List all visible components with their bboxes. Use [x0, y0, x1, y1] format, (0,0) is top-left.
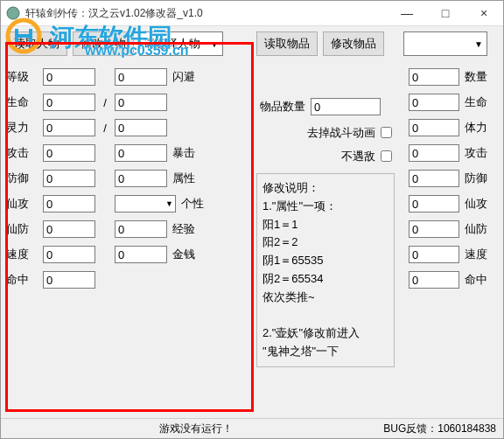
close-button[interactable]: ×: [465, 1, 503, 25]
stat-input-1[interactable]: [43, 144, 95, 162]
remove-battle-anim-label: 去掉战斗动画: [307, 125, 375, 141]
middle-panel: 读取物品 修改物品 物品数量 去掉战斗动画 不遇敌 修改说明： 1."属性"一项…: [256, 31, 395, 367]
item-stat-row: 生命: [403, 94, 496, 111]
modify-character-button[interactable]: 修改人物: [73, 31, 134, 56]
stat-label-left: 攻击: [6, 145, 38, 161]
stat-label-left: 等级: [6, 69, 38, 85]
stat-input-1[interactable]: [43, 220, 95, 238]
note-line: 阴1＝65535: [262, 252, 388, 270]
window-controls: — □ ×: [388, 1, 503, 25]
stat-input-2[interactable]: [115, 119, 167, 136]
svg-point-0: [7, 7, 19, 19]
item-qty-label: 物品数量: [256, 99, 305, 115]
stat-input-2[interactable]: [115, 94, 167, 111]
body: 读取人物 修改人物 请选择人物 ▼ 等级闪避生命/灵力/攻击暴击防御属性仙攻▼个…: [1, 26, 503, 373]
item-stat-row: 攻击: [403, 144, 496, 162]
dropdown-arrow-icon: ▼: [474, 39, 483, 49]
stat-label-right: 经验: [172, 221, 204, 237]
stat-input-2[interactable]: [115, 144, 167, 162]
maximize-button[interactable]: □: [426, 1, 465, 25]
stat-input-1[interactable]: [43, 195, 95, 213]
status-bug: BUG反馈：1060184838: [383, 422, 496, 436]
stat-input-1[interactable]: [43, 119, 95, 136]
stat-label-right: 金钱: [172, 247, 204, 262]
slash: /: [101, 122, 109, 135]
item-select[interactable]: ▼: [403, 31, 487, 56]
stat-input-1[interactable]: [43, 170, 95, 187]
item-stat-row: 速度: [403, 246, 496, 263]
stat-row: 命中: [6, 271, 248, 289]
stat-input-1[interactable]: [43, 246, 95, 263]
note-line: 依次类推~: [262, 289, 388, 307]
item-stat-input[interactable]: [409, 144, 459, 162]
item-stat-label: 数量: [465, 69, 496, 85]
stat-row: 灵力/: [6, 119, 248, 136]
item-stat-input[interactable]: [409, 246, 459, 263]
stat-label-left: 速度: [6, 247, 38, 262]
item-stat-row: 命中: [403, 271, 496, 289]
read-character-button[interactable]: 读取人物: [6, 31, 67, 56]
item-stat-label: 仙攻: [465, 196, 496, 212]
stat-input-1[interactable]: [43, 271, 95, 289]
no-encounter-row: 不遇敌: [256, 148, 395, 164]
slash: /: [101, 96, 109, 109]
dropdown-arrow-icon: ▼: [165, 199, 173, 208]
no-encounter-checkbox[interactable]: [381, 150, 392, 162]
stat-label-right: 个性: [181, 196, 213, 212]
stat-input-1[interactable]: [43, 94, 95, 111]
no-encounter-label: 不遇敌: [341, 149, 375, 164]
item-stat-input[interactable]: [409, 170, 459, 187]
stat-combo[interactable]: ▼: [115, 195, 176, 213]
item-stat-row: 仙防: [403, 220, 496, 238]
item-stat-row: 仙攻: [403, 195, 496, 213]
item-stat-input[interactable]: [409, 271, 459, 289]
note-line: 1."属性"一项：: [262, 198, 388, 216]
titlebar: 轩辕剑外传：汉之云v1.02修改器_v1.0 — □ ×: [1, 1, 503, 26]
stat-row: 生命/: [6, 94, 248, 111]
item-stat-label: 速度: [465, 247, 496, 262]
remove-battle-anim-checkbox[interactable]: [381, 127, 392, 138]
item-stat-label: 命中: [465, 272, 496, 288]
stat-input-2[interactable]: [115, 220, 167, 238]
item-stats: 数量生命体力攻击防御仙攻仙防速度命中: [403, 68, 496, 289]
statusbar: 游戏没有运行！ BUG反馈：1060184838: [1, 418, 503, 438]
item-stat-input[interactable]: [409, 94, 459, 111]
character-stats: 等级闪避生命/灵力/攻击暴击防御属性仙攻▼个性仙防经验速度金钱命中: [6, 68, 248, 289]
note-line: "鬼神之塔"一下: [262, 343, 388, 361]
item-stat-row: 体力: [403, 119, 496, 136]
note-title: 修改说明：: [262, 179, 388, 198]
remove-battle-anim-row: 去掉战斗动画: [256, 124, 395, 141]
stat-input-2[interactable]: [115, 246, 167, 263]
stat-row: 防御属性: [6, 170, 248, 187]
app-window: 轩辕剑外传：汉之云v1.02修改器_v1.0 — □ × 河东软件园 www.p…: [0, 0, 504, 439]
note-line: [262, 307, 388, 325]
item-stat-input[interactable]: [409, 195, 459, 213]
item-stat-label: 仙防: [465, 221, 496, 237]
stat-input-1[interactable]: [43, 68, 95, 86]
character-select[interactable]: 请选择人物 ▼: [139, 31, 223, 56]
modify-item-button[interactable]: 修改物品: [323, 31, 384, 56]
stat-label-right: 属性: [172, 171, 204, 186]
item-qty-row: 物品数量: [256, 98, 395, 115]
read-item-button[interactable]: 读取物品: [256, 31, 318, 56]
item-stat-input[interactable]: [409, 68, 459, 86]
stat-input-2[interactable]: [115, 170, 167, 187]
item-qty-input[interactable]: [311, 98, 381, 115]
note-line: 阳2＝2: [262, 233, 388, 252]
left-toolbar: 读取人物 修改人物 请选择人物 ▼: [6, 31, 248, 56]
minimize-button[interactable]: —: [388, 1, 426, 25]
right-toolbar: ▼: [403, 31, 496, 56]
stat-row: 仙防经验: [6, 220, 248, 238]
stat-row: 等级闪避: [6, 68, 248, 86]
right-panel: ▼ 数量生命体力攻击防御仙攻仙防速度命中: [403, 31, 496, 367]
stat-input-2[interactable]: [115, 68, 167, 86]
stat-row: 速度金钱: [6, 246, 248, 263]
item-stat-input[interactable]: [409, 220, 459, 238]
left-panel: 读取人物 修改人物 请选择人物 ▼ 等级闪避生命/灵力/攻击暴击防御属性仙攻▼个…: [6, 31, 248, 367]
stat-label-left: 灵力: [6, 120, 38, 136]
item-stat-label: 防御: [465, 171, 496, 186]
item-stat-input[interactable]: [409, 119, 459, 136]
stat-row: 仙攻▼个性: [6, 195, 248, 213]
stat-label-left: 防御: [6, 171, 38, 186]
character-select-text: 请选择人物: [144, 36, 200, 52]
